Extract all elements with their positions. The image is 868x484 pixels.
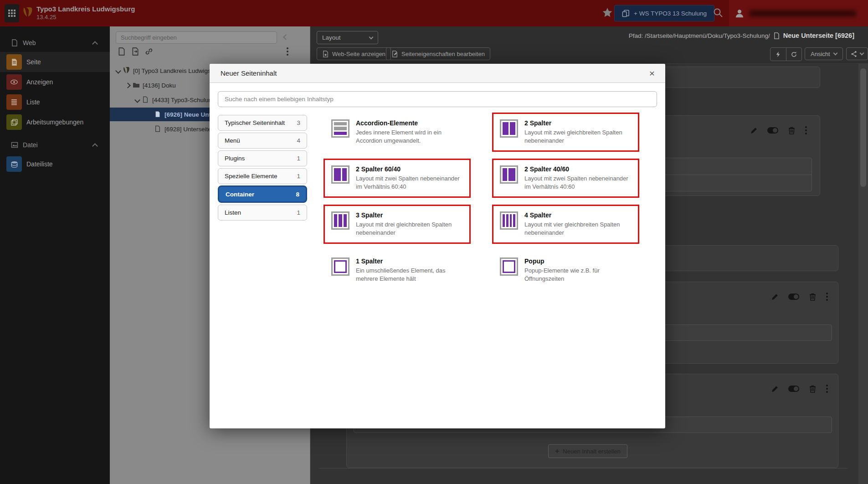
page-icon <box>773 32 780 39</box>
content-scrollbar-thumb[interactable] <box>860 68 866 187</box>
new-content-button-label: Neuen Inhalt erstellen <box>563 448 620 455</box>
typo3-root-icon <box>123 67 130 74</box>
category-label: Listen <box>225 209 241 216</box>
content-type-description: Jedes innere Element wird in ein Accordi… <box>356 129 463 145</box>
sidebar-item-label: Anzeigen <box>26 78 53 86</box>
content-type-title: 1 Spalter <box>356 257 463 265</box>
sidebar-item-label: Arbeitsumgebungen <box>26 118 83 126</box>
content-type-title: 2 Spalter 60/40 <box>356 165 463 173</box>
sidebar-item-label: Seite <box>26 58 41 66</box>
sidebar-item-anzeigen[interactable]: Anzeigen <box>0 72 110 92</box>
image-icon <box>11 141 18 149</box>
page-module-icon <box>6 54 22 70</box>
pencil-icon[interactable] <box>750 127 758 134</box>
category-count: 1 <box>297 209 300 216</box>
close-icon[interactable]: × <box>646 67 658 79</box>
category-plugins[interactable]: Plugins 1 <box>218 150 307 166</box>
category-count: 1 <box>297 173 300 180</box>
module-group-datei[interactable]: Datei <box>0 139 110 151</box>
edit-page-properties-button[interactable]: Seiteneigenschaften bearbeiten <box>386 47 490 60</box>
caret-down-icon <box>833 51 837 56</box>
category-label: Container <box>226 191 254 198</box>
share-button[interactable] <box>846 47 868 60</box>
new-page-icon[interactable] <box>118 47 126 56</box>
chevron-right-icon[interactable] <box>125 82 131 88</box>
search-icon[interactable] <box>713 7 724 18</box>
layout-select[interactable]: Layout <box>317 31 378 44</box>
category-spezielle-elemente[interactable]: Spezielle Elemente 1 <box>218 168 307 184</box>
content-type-1-spalter[interactable]: 1 Spalter Ein umschließendes Element, da… <box>324 251 471 290</box>
site-title: Typo3 Landkreis Ludwigsburg <box>36 5 135 13</box>
doc-header: Layout Pfad: /Startseite/Hauptmenü/Doku/… <box>310 26 868 64</box>
chevron-down-icon[interactable] <box>134 97 140 103</box>
user-menu[interactable] <box>729 0 868 26</box>
category-list: Typischer Seiteninhalt 3 Menü 4 Plugins … <box>218 115 307 222</box>
workspaces-icon <box>6 114 22 130</box>
kebab-icon[interactable] <box>826 385 828 393</box>
avatar-icon <box>734 8 745 18</box>
category-menue[interactable]: Menü 4 <box>218 133 307 149</box>
category-typischer-seiteninhalt[interactable]: Typischer Seiteninhalt 3 <box>218 115 307 131</box>
view-webpage-button[interactable]: Web-Seite anzeigen <box>317 47 391 60</box>
module-menu: Web Seite Anzeigen Liste Arbeitsumgeb <box>0 26 110 484</box>
module-group-label: Web <box>23 39 36 46</box>
page-target-icon[interactable] <box>131 47 139 56</box>
category-listen[interactable]: Listen 1 <box>218 205 307 221</box>
kebab-icon[interactable] <box>826 293 828 301</box>
content-type-4-spalter[interactable]: 4 Spalter Layout mit vier gleichbreiten … <box>492 205 639 244</box>
sidebar-item-arbeitsumgebungen[interactable]: Arbeitsumgebungen <box>0 112 110 132</box>
list-icon <box>6 94 22 110</box>
trash-icon[interactable] <box>788 127 796 134</box>
content-type-2-spalter-60-40[interactable]: 2 Spalter 60/40 Layout mit zwei Spalten … <box>324 159 471 198</box>
module-group-web[interactable]: Web <box>0 36 110 49</box>
chevron-up-icon <box>92 41 98 47</box>
visibility-toggle-icon[interactable] <box>788 293 799 300</box>
trash-icon[interactable] <box>809 385 817 393</box>
divider <box>319 468 847 469</box>
modal-title: Neuer Seiteninhalt <box>221 69 277 77</box>
clear-cache-button[interactable] <box>770 48 786 61</box>
tree-search-input[interactable] <box>116 31 277 44</box>
sidebar-item-dateiliste[interactable]: Dateiliste <box>0 154 110 174</box>
content-type-description: Layout mit drei gleichbreiten Spalten ne… <box>356 221 463 237</box>
content-type-description: Layout mit vier gleichbreiten Spalten ne… <box>524 221 632 237</box>
content-type-search-input[interactable] <box>218 91 657 107</box>
kebab-icon[interactable] <box>805 126 807 134</box>
collapse-tree-icon[interactable] <box>283 34 289 40</box>
tree-kebab-icon[interactable] <box>287 47 288 56</box>
content-type-popup[interactable]: Popup Popup-Elemente wie z.B. für Öffnun… <box>492 251 639 290</box>
module-menu-toggle-button[interactable] <box>5 4 19 22</box>
chevron-down-icon[interactable] <box>115 68 121 74</box>
refresh-icon <box>791 51 797 58</box>
content-type-2-spalter[interactable]: 2 Spalter Layout mit zwei gleichbreiten … <box>492 113 639 152</box>
workspace-button[interactable]: + WS TYPO3 13 Schulung <box>614 5 714 21</box>
page-icon <box>142 96 149 103</box>
visibility-toggle-icon[interactable] <box>788 386 799 392</box>
visibility-toggle-icon[interactable] <box>767 127 778 134</box>
page-title: Neue Unterseite [6926] <box>783 32 854 39</box>
content-type-3-spalter[interactable]: 3 Spalter Layout mit drei gleichbreiten … <box>324 205 471 244</box>
sidebar-item-seite[interactable]: Seite <box>0 52 110 72</box>
edit-page-icon <box>391 51 398 57</box>
pencil-icon[interactable] <box>771 385 779 393</box>
typo3-backend: Typo3 Landkreis Ludwigsburg 13.4.25 + WS… <box>0 0 868 484</box>
view-page-icon <box>322 51 329 57</box>
sidebar-item-label: Liste <box>26 98 40 106</box>
caret-down-icon <box>369 35 374 39</box>
new-content-button[interactable]: + Neuen Inhalt erstellen <box>548 444 627 458</box>
category-container[interactable]: Container 8 <box>218 185 307 203</box>
bookmark-star-icon[interactable] <box>601 7 613 19</box>
content-type-2-spalter-40-60[interactable]: 2 Spalter 40/60 Layout mit zwei Spalten … <box>492 159 639 198</box>
trash-icon[interactable] <box>809 293 817 301</box>
content-type-accordion[interactable]: Accordion-Elemente Jedes innere Element … <box>324 113 471 152</box>
pages-icon <box>622 10 630 17</box>
accordion-icon <box>331 119 349 138</box>
link-icon[interactable] <box>145 47 153 56</box>
pencil-icon[interactable] <box>771 293 779 301</box>
sidebar-item-liste[interactable]: Liste <box>0 92 110 112</box>
content-type-title: 2 Spalter 40/60 <box>524 165 632 173</box>
content-type-title: 2 Spalter <box>524 119 632 127</box>
view-dropdown-button[interactable]: Ansicht <box>805 47 843 60</box>
refresh-button[interactable] <box>786 48 801 61</box>
eye-icon <box>6 74 22 90</box>
